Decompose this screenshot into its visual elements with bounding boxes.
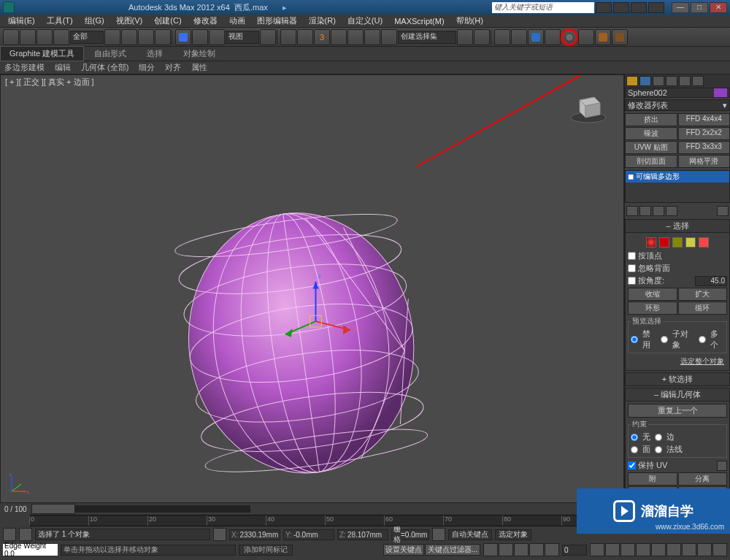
snap-toggle-icon[interactable]: 3 <box>314 29 330 45</box>
mod-button[interactable]: 挤出 <box>625 113 677 126</box>
help-search-input[interactable]: 键入关键字或短语 <box>492 2 594 13</box>
goto-start-icon[interactable] <box>483 543 498 556</box>
render-iterative-icon[interactable] <box>612 29 628 45</box>
menu-tools[interactable]: 工具(T) <box>42 15 78 26</box>
grow-button[interactable]: 扩大 <box>678 288 728 301</box>
menu-grapheditors[interactable]: 图形编辑器 <box>252 15 302 26</box>
object-name-field[interactable]: Sphere002 <box>625 88 730 98</box>
scale-icon[interactable] <box>209 29 225 45</box>
schematic-view-icon[interactable] <box>528 29 544 45</box>
menu-customize[interactable]: 自定义(U) <box>342 15 388 26</box>
unlink-icon[interactable] <box>53 29 69 45</box>
remove-modifier-icon[interactable] <box>666 206 677 216</box>
rollout-selection[interactable]: – 选择 <box>625 219 730 233</box>
prev-frame-icon[interactable] <box>499 543 513 556</box>
move-icon[interactable] <box>175 29 191 45</box>
object-color-swatch[interactable] <box>714 88 727 97</box>
preserve-uv-settings-icon[interactable] <box>717 461 727 471</box>
by-angle-checkbox[interactable] <box>628 277 636 285</box>
selected-key-dropdown[interactable]: 选定对象 <box>495 529 531 540</box>
curve-editor-icon[interactable] <box>511 29 527 45</box>
element-subobj-icon[interactable] <box>699 237 709 248</box>
redo-icon[interactable] <box>20 29 36 45</box>
configure-sets-icon[interactable] <box>717 206 729 216</box>
by-vertex-checkbox[interactable] <box>628 252 636 260</box>
window-crossing-icon[interactable] <box>155 29 171 45</box>
percent-snap-icon[interactable] <box>347 29 364 45</box>
modify-tab-icon[interactable] <box>639 76 651 86</box>
edged-faces-icon[interactable] <box>381 29 397 45</box>
utilities-tab-icon[interactable] <box>692 76 704 86</box>
maximize-viewport-icon[interactable] <box>712 543 727 556</box>
signin-icon[interactable] <box>648 2 664 13</box>
pin-stack-icon[interactable] <box>626 206 638 216</box>
orbit-icon[interactable] <box>697 543 712 556</box>
key-mode-icon[interactable] <box>432 528 445 541</box>
ribbon-objectpaint[interactable]: 对象绘制 <box>173 48 226 59</box>
set-key-button[interactable]: 设置关键点 <box>383 544 424 556</box>
mod-button[interactable]: UVW 贴图 <box>625 141 677 154</box>
keyboard-shortcut-icon[interactable] <box>297 29 313 45</box>
constrain-none-radio[interactable] <box>631 434 638 441</box>
coord-x[interactable]: 2330.19mm <box>239 531 278 539</box>
detach-button[interactable]: 分离 <box>678 472 728 486</box>
pan-icon[interactable] <box>682 543 696 556</box>
material-editor-icon[interactable] <box>545 29 561 45</box>
current-frame-input[interactable]: 0 <box>564 546 569 554</box>
hierarchy-tab-icon[interactable] <box>653 76 664 86</box>
edge-subobj-icon[interactable] <box>659 237 669 248</box>
polygon-subobj-icon[interactable] <box>685 237 696 248</box>
mod-button[interactable]: 剖切面面 <box>625 155 677 168</box>
next-frame-icon[interactable] <box>529 543 544 556</box>
time-config-icon[interactable] <box>590 543 604 556</box>
favorites-icon[interactable] <box>631 2 647 13</box>
create-button[interactable]: 附 <box>628 472 677 486</box>
pivot-icon[interactable] <box>260 29 276 45</box>
mod-button[interactable]: FFD 2x2x2 <box>678 127 731 140</box>
border-subobj-icon[interactable] <box>672 237 683 248</box>
rollout-softselection[interactable]: + 软选择 <box>625 372 730 386</box>
preview-multi-radio[interactable] <box>699 336 706 343</box>
zoom-extents-icon[interactable] <box>651 543 666 556</box>
select-by-name-icon[interactable] <box>121 29 137 45</box>
display-tab-icon[interactable] <box>679 76 691 86</box>
show-end-result-icon[interactable] <box>639 206 651 216</box>
layers-icon[interactable] <box>494 29 510 45</box>
angle-input[interactable]: 45.0 <box>695 276 727 286</box>
preview-off-radio[interactable] <box>631 336 638 343</box>
rollout-editgeometry[interactable]: – 编辑几何体 <box>625 388 730 402</box>
selection-lock-icon[interactable] <box>3 528 16 541</box>
ribbon-selection[interactable]: 选择 <box>137 48 173 59</box>
help-dropdown[interactable] <box>613 2 629 13</box>
menu-maxscript[interactable]: MAXScript(M) <box>389 17 449 26</box>
menu-animation[interactable]: 动画 <box>224 15 250 26</box>
menu-edit[interactable]: 编辑(E) <box>3 15 40 26</box>
modifier-stack[interactable]: ◼ 可编辑多边形 <box>625 170 730 203</box>
vertex-subobj-icon[interactable] <box>646 237 656 248</box>
isolate-icon[interactable] <box>19 528 32 541</box>
named-selection-dropdown[interactable]: 创建选择集 <box>398 31 456 44</box>
mod-button[interactable]: 噪波 <box>625 127 677 140</box>
coord-z[interactable]: 28.107mm <box>347 531 382 539</box>
time-slider[interactable] <box>31 505 250 513</box>
repeat-last-button[interactable]: 重复上一个 <box>628 404 727 418</box>
ignore-backfacing-checkbox[interactable] <box>628 264 636 272</box>
search-icon[interactable] <box>596 2 612 13</box>
menu-help[interactable]: 帮助(H) <box>451 15 488 26</box>
link-icon[interactable] <box>36 29 53 45</box>
add-time-tag[interactable]: 添加时间标记 <box>239 545 293 556</box>
play-icon[interactable] <box>514 543 529 556</box>
zoom-all-icon[interactable] <box>636 543 650 556</box>
graphite-tab[interactable]: Graphite 建模工具 <box>0 46 84 61</box>
rotate-icon[interactable] <box>192 29 208 45</box>
select-region-icon[interactable] <box>138 29 154 45</box>
stack-item[interactable]: ◼ 可编辑多边形 <box>626 171 729 183</box>
create-tab-icon[interactable] <box>626 76 638 86</box>
autokey-button[interactable]: 自动关键点 <box>448 529 492 540</box>
selection-filter-dropdown[interactable]: 全部 <box>70 31 104 44</box>
coord-y[interactable]: -0.0mm <box>293 531 318 539</box>
minimize-button[interactable]: — <box>672 2 689 13</box>
pan-view-icon[interactable] <box>605 543 620 556</box>
time-ruler[interactable]: 0102030405060708090100 <box>29 515 620 526</box>
mirror-icon[interactable] <box>457 29 473 45</box>
